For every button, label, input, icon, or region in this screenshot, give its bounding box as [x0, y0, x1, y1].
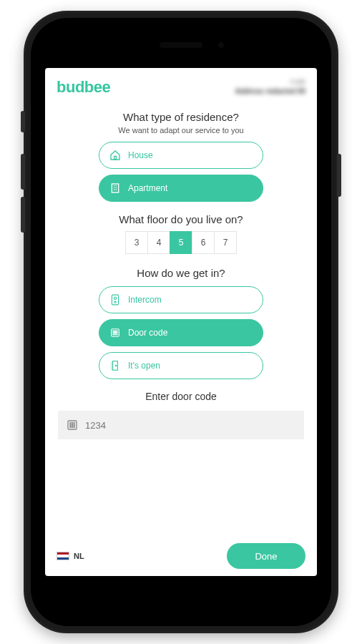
keypad-icon	[109, 327, 121, 338]
door-open-icon	[109, 360, 121, 371]
floor-cell-3[interactable]: 6	[192, 231, 215, 254]
floor-cell-4[interactable]: 7	[214, 231, 237, 254]
svg-point-16	[113, 332, 114, 333]
flag-nl-icon	[57, 552, 69, 560]
access-option-doorcode[interactable]: Door code	[99, 319, 263, 346]
residence-option-house[interactable]: House	[99, 142, 263, 169]
screen: budbee Code Address redacted 00 What typ…	[45, 68, 317, 576]
svg-point-30	[74, 424, 74, 425]
language-selector[interactable]: NL	[57, 552, 84, 560]
svg-point-31	[70, 426, 71, 427]
access-option-intercom-label: Intercom	[128, 295, 162, 305]
volume-down-button	[21, 197, 25, 233]
doorcode-field-wrap[interactable]	[58, 411, 304, 439]
svg-point-27	[74, 423, 74, 424]
floor-title: What floor do you live on?	[57, 213, 305, 225]
floor-cell-1[interactable]: 4	[147, 231, 170, 254]
intercom-icon	[109, 294, 121, 306]
svg-point-28	[70, 424, 71, 425]
header-address-blurred: Code Address redacted 00	[235, 78, 305, 96]
doorcode-input[interactable]	[85, 420, 295, 431]
svg-point-29	[72, 424, 72, 425]
access-option-open-label: It's open	[128, 361, 160, 371]
house-icon	[109, 150, 121, 161]
app-footer: NL Done	[57, 537, 305, 569]
residence-option-house-label: House	[128, 150, 153, 160]
phone-bezel: budbee Code Address redacted 00 What typ…	[31, 18, 331, 626]
speaker	[160, 42, 202, 48]
svg-point-19	[113, 334, 114, 335]
floor-picker: 3 4 5 6 7	[57, 231, 305, 254]
done-button[interactable]: Done	[227, 543, 305, 569]
svg-point-25	[70, 423, 71, 424]
svg-point-23	[115, 365, 116, 366]
silence-switch	[21, 111, 25, 132]
language-label: NL	[74, 552, 84, 560]
svg-point-18	[117, 332, 117, 333]
floor-cell-2[interactable]: 5	[170, 231, 192, 254]
power-button	[337, 154, 341, 197]
svg-rect-1	[112, 184, 118, 192]
residence-option-apartment[interactable]: Apartment	[99, 175, 263, 202]
svg-rect-0	[114, 156, 117, 160]
doorcode-title: Enter door code	[57, 391, 305, 402]
access-option-intercom[interactable]: Intercom	[99, 286, 263, 313]
apartment-icon	[109, 182, 121, 194]
access-option-doorcode-label: Door code	[128, 328, 167, 338]
main-content: What type of residence? We want to adapt…	[57, 97, 305, 537]
svg-point-14	[114, 331, 115, 331]
svg-point-15	[117, 331, 117, 331]
access-title: How do we get in?	[57, 267, 305, 279]
residence-option-apartment-label: Apartment	[128, 183, 167, 193]
floor-cell-0[interactable]: 3	[125, 231, 148, 254]
svg-point-26	[72, 423, 72, 424]
svg-point-13	[113, 331, 114, 331]
svg-point-33	[74, 426, 74, 427]
svg-point-9	[114, 297, 116, 299]
volume-up-button	[21, 154, 25, 190]
front-camera	[218, 42, 224, 48]
residence-subtitle: We want to adapt our service to you	[57, 126, 305, 135]
app-header: budbee Code Address redacted 00	[57, 78, 305, 97]
phone-frame: budbee Code Address redacted 00 What typ…	[24, 11, 338, 633]
residence-options: House	[57, 142, 305, 202]
app-root: budbee Code Address redacted 00 What typ…	[45, 68, 317, 576]
svg-point-17	[114, 332, 115, 333]
keypad-icon	[67, 419, 78, 431]
brand-logo: budbee	[57, 78, 110, 97]
svg-point-32	[72, 426, 72, 427]
access-options: Intercom	[57, 286, 305, 379]
access-option-open[interactable]: It's open	[99, 352, 263, 379]
svg-point-20	[114, 334, 115, 335]
residence-title: What type of residence?	[57, 111, 305, 123]
svg-point-21	[117, 334, 117, 335]
